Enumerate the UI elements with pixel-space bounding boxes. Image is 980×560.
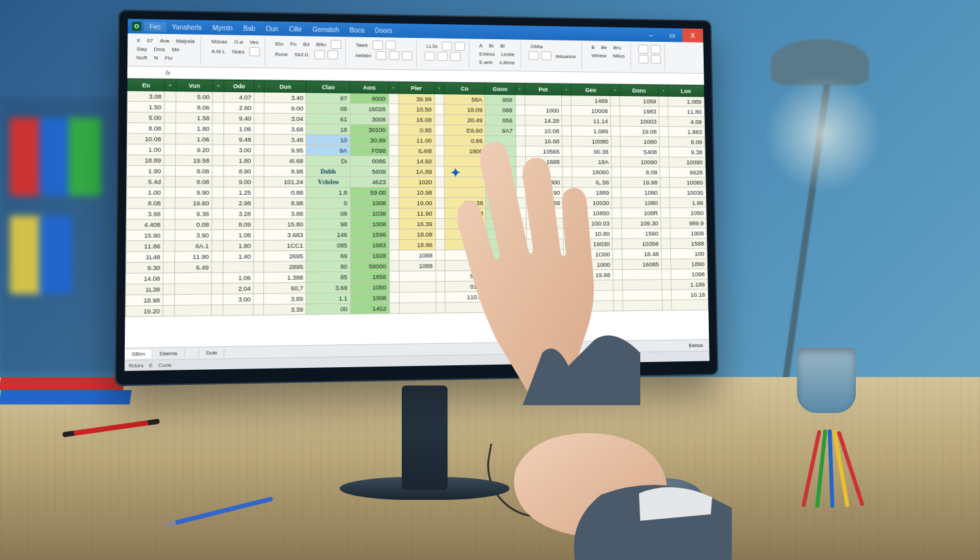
cell[interactable] <box>212 284 223 295</box>
cell[interactable] <box>516 218 526 229</box>
cell[interactable]: 1O00 <box>573 249 613 259</box>
cell[interactable]: 1.00 <box>127 187 164 197</box>
cell[interactable]: 16028 <box>350 103 389 114</box>
cell[interactable]: 9.30 <box>126 262 163 273</box>
sheet-tab[interactable] <box>185 349 199 358</box>
cell[interactable]: 856 <box>485 115 515 125</box>
cell[interactable]: 1000 <box>525 105 562 116</box>
cell[interactable]: 2.98 <box>223 198 254 208</box>
cell[interactable]: 10.98 <box>399 187 435 197</box>
cell[interactable] <box>254 134 264 144</box>
cell[interactable]: 085 <box>306 240 351 251</box>
cell[interactable] <box>434 104 444 114</box>
ribbon-button[interactable]: Mdoas <box>209 38 229 46</box>
cell[interactable] <box>486 229 516 239</box>
cell[interactable] <box>661 208 670 218</box>
cell[interactable] <box>515 146 525 157</box>
cell[interactable]: 8800 <box>525 177 563 188</box>
cell[interactable]: 3.39 <box>264 304 306 315</box>
cell[interactable] <box>223 261 253 272</box>
cell[interactable] <box>517 229 527 239</box>
cell[interactable] <box>212 166 223 176</box>
column-header[interactable]: ·· <box>165 79 176 91</box>
ribbon-button[interactable]: Me <box>170 46 182 53</box>
cell[interactable]: 1.80 <box>223 155 254 165</box>
ribbon-button[interactable]: litro <box>612 44 623 52</box>
cell[interactable] <box>164 133 175 144</box>
cell[interactable]: 2.80 <box>223 103 254 114</box>
cell[interactable]: 11.90 <box>399 208 435 218</box>
cell[interactable] <box>574 301 613 312</box>
cell[interactable] <box>212 272 223 284</box>
cell[interactable]: 58A <box>444 94 485 105</box>
cell[interactable] <box>389 93 399 104</box>
cell[interactable] <box>517 301 527 312</box>
cell[interactable] <box>436 292 446 303</box>
cell[interactable]: 69 <box>306 250 351 261</box>
column-header[interactable]: · <box>254 80 264 92</box>
column-header[interactable]: Clao <box>306 81 350 93</box>
ribbon-button[interactable]: ille <box>599 44 609 51</box>
ribbon-button[interactable]: Nües <box>230 48 246 55</box>
cell[interactable] <box>435 146 445 156</box>
cell[interactable]: 5609 <box>350 166 389 176</box>
cell[interactable]: 3.98 <box>126 208 163 220</box>
menu-tab-doors[interactable]: Doors <box>370 25 398 35</box>
cell[interactable]: 0 <box>306 198 350 208</box>
cell[interactable] <box>612 229 622 239</box>
ribbon-button[interactable]: Bl <box>498 42 507 50</box>
ribbon-button-icon[interactable] <box>314 50 325 59</box>
cell[interactable]: VcloIeo <box>306 176 350 187</box>
cell[interactable]: 08 <box>306 103 350 114</box>
cell[interactable] <box>164 155 175 165</box>
cell[interactable]: 9.00 <box>223 176 254 187</box>
ribbon-button[interactable]: Nilius <box>611 52 627 59</box>
cell[interactable]: 9.95 <box>264 145 306 156</box>
cell[interactable]: 16.68 <box>525 136 563 146</box>
ribbon-button-icon[interactable] <box>385 41 396 50</box>
cell[interactable] <box>661 197 670 208</box>
cell[interactable]: 58000 <box>350 261 389 272</box>
cell[interactable] <box>174 305 212 316</box>
menu-tab-fec[interactable]: Fec <box>144 22 167 32</box>
column-header[interactable]: · <box>515 83 525 95</box>
cell[interactable] <box>659 127 668 137</box>
cell[interactable] <box>212 144 223 155</box>
cell[interactable] <box>436 282 446 292</box>
cell[interactable] <box>445 188 486 198</box>
column-header[interactable]: Pot <box>525 83 562 95</box>
cell[interactable] <box>212 134 223 144</box>
cell[interactable]: 59·00 <box>350 187 389 197</box>
cell[interactable]: 19.00 <box>399 197 435 208</box>
cell[interactable]: 00.38 <box>572 146 612 157</box>
cell[interactable]: 10090 <box>669 157 706 167</box>
cell[interactable]: 1983 <box>620 106 659 116</box>
cell[interactable] <box>562 105 572 116</box>
cell[interactable]: 20.49 <box>444 114 485 125</box>
cell[interactable]: 3.48 <box>264 134 306 144</box>
cell[interactable]: 1.80 <box>223 240 254 252</box>
cell[interactable]: 11.90 <box>174 251 212 262</box>
cell[interactable]: 1890 <box>671 259 708 269</box>
cell[interactable]: 19.98 <box>621 177 660 188</box>
column-header[interactable]: ·· <box>213 80 224 91</box>
menu-tab-gemstoh[interactable]: Gemstoh <box>307 24 344 35</box>
column-header[interactable]: Dun <box>265 80 306 93</box>
cell[interactable]: 6A.1 <box>175 240 212 252</box>
cell[interactable] <box>389 176 399 187</box>
cell[interactable]: 1059 <box>620 96 659 107</box>
cell[interactable]: 10 <box>306 135 350 145</box>
cell[interactable] <box>399 271 436 282</box>
cell[interactable] <box>515 105 525 116</box>
cell[interactable]: 989.9 <box>670 218 707 229</box>
cell[interactable] <box>254 219 264 229</box>
column-header[interactable]: Eu <box>127 79 165 91</box>
ribbon-button[interactable]: B <box>589 44 596 51</box>
cell[interactable] <box>564 301 574 312</box>
cell[interactable] <box>435 208 445 218</box>
cell[interactable]: 1588 <box>670 239 707 249</box>
cell[interactable]: 1.96 <box>670 197 706 208</box>
cell[interactable] <box>611 137 620 147</box>
cell[interactable] <box>253 305 263 316</box>
ribbon-button[interactable]: Bd <box>301 41 312 48</box>
